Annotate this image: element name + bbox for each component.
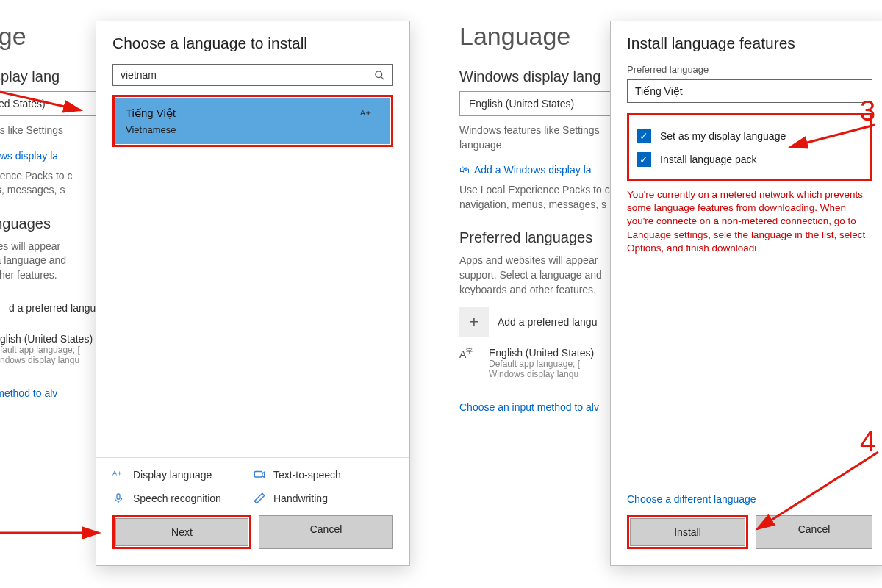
preferred-language-name: English (United States) — [489, 347, 594, 359]
checkbox-checked-icon: ✓ — [637, 129, 651, 143]
legend-handwriting: Handwriting — [253, 492, 393, 505]
checkbox-checked-icon: ✓ — [637, 152, 651, 167]
preferred-language-sub2: Windows display langu — [489, 369, 594, 379]
choose-different-language-link[interactable]: Choose a different language — [627, 493, 872, 505]
language-english-name: Vietnamese — [126, 124, 380, 135]
svg-line-1 — [381, 76, 384, 79]
preferred-language-label: Preferred language — [627, 64, 872, 75]
annotation-highlight-box: Tiếng Việt Vietnamese ᴬ⁺ — [112, 95, 393, 147]
metered-network-warning: You're currently on a metered network wh… — [627, 188, 872, 255]
install-language-pack-checkbox[interactable]: ✓ Install language pack — [637, 152, 863, 167]
feature-legend: ᴬ⁺ Display language Text-to-speech Speec… — [96, 457, 409, 515]
language-search-input-wrap[interactable] — [112, 64, 393, 86]
preferred-language-sub2: ndows display langu — [0, 355, 93, 365]
annotation-highlight-box: ✓ Set as my display language ✓ Install l… — [627, 113, 872, 181]
legend-speech-recognition: Speech recognition — [112, 492, 253, 505]
add-preferred-language-label: Add a preferred langu — [498, 316, 597, 328]
svg-rect-2 — [254, 472, 262, 478]
next-button[interactable]: Next — [115, 518, 248, 546]
checkbox-label: Set as my display language — [660, 130, 786, 142]
text-to-speech-icon — [253, 468, 266, 481]
language-search-input[interactable] — [121, 69, 368, 81]
install-language-features-dialog: Install language features Preferred lang… — [610, 21, 882, 566]
annotation-arrow — [0, 514, 110, 551]
annotation-highlight-box: Install — [627, 515, 748, 549]
preferred-language-name: glish (United States) — [0, 333, 93, 345]
preferred-language-sub1: Default app language; [ — [489, 359, 594, 369]
install-button[interactable]: Install — [630, 518, 745, 546]
language-result-vietnamese[interactable]: Tiếng Việt Vietnamese ᴬ⁺ — [115, 98, 390, 144]
language-native-name: Tiếng Việt — [126, 107, 380, 120]
legend-text-to-speech: Text-to-speech — [253, 468, 393, 481]
dialog-title: Choose a language to install — [112, 35, 393, 52]
cancel-button[interactable]: Cancel — [259, 515, 393, 549]
svg-point-0 — [376, 71, 382, 77]
annotation-highlight-box: Next — [112, 515, 251, 549]
dialog-title: Install language features — [627, 35, 872, 52]
checkbox-label: Install language pack — [660, 154, 757, 165]
search-icon — [374, 70, 385, 81]
set-display-language-checkbox[interactable]: ✓ Set as my display language — [637, 129, 863, 143]
display-language-available-icon: ᴬ⁺ — [360, 108, 371, 122]
selected-language-field: Tiếng Việt — [627, 79, 872, 103]
annotation-number-4: 4 — [860, 426, 875, 458]
language-icon: A字 — [459, 347, 480, 368]
add-preferred-language-label: d a preferred langu — [9, 302, 96, 314]
choose-language-dialog: Choose a language to install Tiếng Việt … — [96, 21, 410, 566]
cancel-button[interactable]: Cancel — [756, 515, 872, 549]
speech-recognition-icon — [112, 492, 126, 505]
preferred-language-sub1: fault app language; [ — [0, 345, 93, 355]
handwriting-icon — [253, 492, 266, 505]
legend-display-language: ᴬ⁺ Display language — [112, 468, 253, 481]
svg-rect-3 — [117, 494, 120, 499]
annotation-number-3: 3 — [860, 96, 875, 127]
store-icon: 🛍 — [459, 164, 470, 176]
plus-icon: + — [459, 307, 489, 337]
display-language-icon: ᴬ⁺ — [112, 468, 126, 481]
